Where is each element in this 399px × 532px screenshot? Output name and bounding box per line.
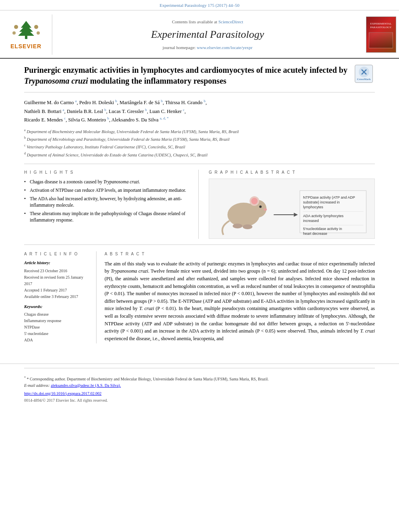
elsevier-wordmark: ELSEVIER <box>10 43 41 51</box>
svg-point-16 <box>264 208 267 211</box>
contents-line: Contents lists available at ScienceDirec… <box>172 19 243 25</box>
homepage-url[interactable]: www.elsevier.com/locate/yexpr <box>197 45 253 50</box>
article-content: Purinergic enzymatic activities in lymph… <box>0 59 399 351</box>
journal-title: Experimental Parasitology <box>151 27 264 42</box>
svg-point-14 <box>251 198 258 204</box>
journal-citation: Experimental Parasitology 175 (2017) 44–… <box>0 0 399 10</box>
journal-cover-image: EXPERIMENTALPARASITOLOGY <box>366 16 396 53</box>
article-title: Purinergic enzymatic activities in lymph… <box>24 65 349 86</box>
elsevier-logo-section: ELSEVIER <box>0 14 52 55</box>
journal-header: ELSEVIER Contents lists available at Sci… <box>0 10 399 59</box>
svg-point-7 <box>37 31 40 35</box>
elsevier-tree-icon <box>8 19 44 41</box>
doi-line: http://dx.doi.org/10.1016/j.exppara.2017… <box>24 391 375 396</box>
keywords-list: Chagas disease Inflammatory response NTP… <box>24 311 90 343</box>
abstract-column: A B S T R A C T The aim of this study wa… <box>105 251 375 343</box>
highlights-list: Chagas disease is a zoonosis caused by T… <box>24 179 190 224</box>
abstract-text: The aim of this study was to evaluate th… <box>105 260 375 343</box>
highlight-item-2: Activation of NTPDase can reduce ATP lev… <box>24 187 190 193</box>
article-info-abstract-section: A R T I C L E I N F O Article history: R… <box>24 251 375 343</box>
abstract-label: A B S T R A C T <box>105 251 375 257</box>
journal-homepage: journal homepage: www.elsevier.com/locat… <box>162 45 253 51</box>
corresponding-author-note: * * Corresponding author. Department of … <box>24 376 375 388</box>
highlights-label: H I G H L I G H T S <box>24 170 190 175</box>
graphical-abstract-column: G R A P H I C A L A B S T R A C T <box>207 170 375 239</box>
article-history-label: Article history: <box>24 260 90 266</box>
svg-marker-20 <box>294 213 298 217</box>
svg-text:substrate) increased in: substrate) increased in <box>303 200 340 204</box>
svg-point-6 <box>12 31 16 35</box>
citation-text: Experimental Parasitology 175 (2017) 44–… <box>160 3 240 8</box>
highlight-item-1: Chagas disease is a zoonosis caused by T… <box>24 179 190 185</box>
affiliations-section: a Department of Biochemistry and Molecul… <box>24 128 375 164</box>
svg-point-15 <box>259 205 262 208</box>
svg-text:5'nucleotidase activity in: 5'nucleotidase activity in <box>303 227 342 231</box>
crossmark-icon <box>358 66 370 78</box>
svg-point-4 <box>14 25 18 29</box>
authors-section: Guilherme M. do Carmo a, Pedro H. Dolesk… <box>24 98 375 123</box>
doi-link[interactable]: http://dx.doi.org/10.1016/j.exppara.2017… <box>24 391 101 396</box>
article-title-section: Purinergic enzymatic activities in lymph… <box>24 65 375 92</box>
svg-point-5 <box>34 25 38 29</box>
journal-title-area: Contents lists available at ScienceDirec… <box>52 14 363 55</box>
highlights-column: H I G H L I G H T S Chagas disease is a … <box>24 170 199 239</box>
highlight-item-4: These alterations may implicate in the p… <box>24 210 190 223</box>
graphical-abstract-label: G R A P H I C A L A B S T R A C T <box>209 170 375 175</box>
journal-cover-area: EXPERIMENTALPARASITOLOGY <box>363 14 399 55</box>
email-link[interactable]: aleksandro.silva@udesc.br (A.S. Da Silva… <box>51 383 121 388</box>
article-info-column: A R T I C L E I N F O Article history: R… <box>24 251 97 343</box>
footer-section: * * Corresponding author. Department of … <box>0 364 399 403</box>
graphical-abstract-image: NTPDase activity (ATP and ADP substrate)… <box>209 179 375 239</box>
highlights-graphical-section: H I G H L I G H T S Chagas disease is a … <box>24 170 375 245</box>
svg-text:lymphocytes: lymphocytes <box>303 205 324 209</box>
svg-point-18 <box>243 224 253 229</box>
article-info-label: A R T I C L E I N F O <box>24 251 90 257</box>
crossmark-badge[interactable]: CrossMark <box>355 65 375 83</box>
svg-point-17 <box>233 224 243 228</box>
graphical-abstract-svg: NTPDase activity (ATP and ADP substrate)… <box>209 179 374 239</box>
svg-text:NTPDase activity (ATP and ADP: NTPDase activity (ATP and ADP <box>303 195 355 199</box>
highlight-item-3: The ADA also had increased activity, how… <box>24 195 190 208</box>
sciencedirect-link[interactable]: ScienceDirect <box>218 19 243 24</box>
keywords-label: Keywords: <box>24 304 90 310</box>
issn-line: 0014-4894/© 2017 Elsevier Inc. All right… <box>24 398 375 403</box>
svg-text:increased: increased <box>303 219 319 223</box>
article-history-dates: Received 23 October 2016 Received in rev… <box>24 268 90 300</box>
svg-text:heart decrease: heart decrease <box>303 232 327 236</box>
svg-text:ADA activity lymphocytes: ADA activity lymphocytes <box>303 214 344 218</box>
